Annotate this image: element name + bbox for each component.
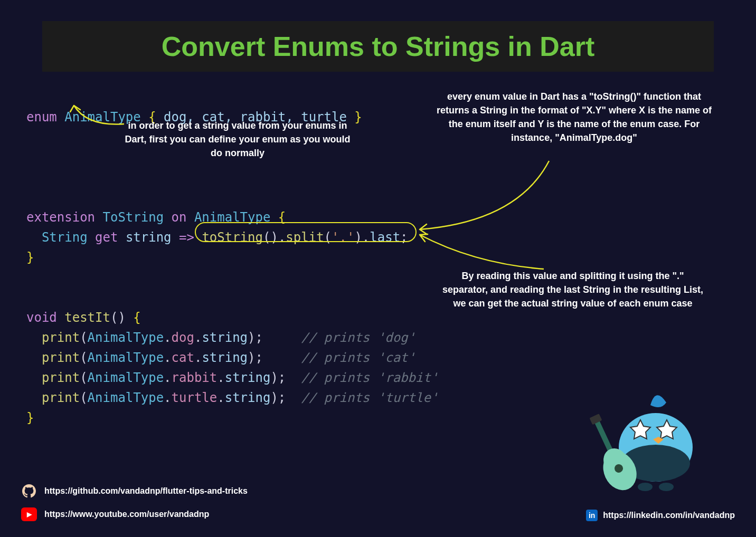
getter-name: string bbox=[126, 230, 172, 245]
type-string: String bbox=[42, 230, 88, 245]
call-print: print bbox=[42, 330, 80, 345]
linkedin-icon: in bbox=[586, 510, 598, 521]
linkedin-url: https://linkedin.com/in/vandadnp bbox=[603, 511, 735, 520]
brace: } bbox=[26, 250, 34, 265]
arrow-icon bbox=[412, 158, 560, 235]
arrow-op: => bbox=[179, 230, 194, 245]
github-icon bbox=[21, 484, 37, 498]
comment: // prints 'cat' bbox=[301, 350, 415, 365]
page-title: Convert Enums to Strings in Dart bbox=[42, 31, 714, 62]
annotation-2: every enum value in Dart has a "toString… bbox=[436, 90, 713, 145]
fn-testit: testIt bbox=[64, 310, 110, 325]
annotation-3: By reading this value and splitting it u… bbox=[438, 269, 707, 310]
title-banner: Convert Enums to Strings in Dart bbox=[42, 21, 714, 72]
extension-name: ToString bbox=[103, 210, 164, 225]
brace: { bbox=[133, 310, 140, 325]
keyword-void: void bbox=[26, 310, 57, 325]
call-print: print bbox=[42, 350, 80, 365]
code-highlight bbox=[195, 222, 417, 242]
keyword-on: on bbox=[172, 210, 187, 225]
call-print: print bbox=[42, 370, 80, 385]
comment: // prints 'dog' bbox=[301, 330, 415, 345]
github-link[interactable]: https://github.com/vandadnp/flutter-tips… bbox=[21, 484, 735, 498]
comment: // prints 'rabbit' bbox=[301, 370, 438, 385]
brace: } bbox=[26, 410, 34, 425]
youtube-url: https://www.youtube.com/user/vandadnp bbox=[44, 510, 209, 519]
annotation-1: in order to get a string value from your… bbox=[124, 119, 351, 160]
keyword-get: get bbox=[95, 230, 118, 245]
call-print: print bbox=[42, 390, 80, 405]
github-url: https://github.com/vandadnp/flutter-tips… bbox=[44, 486, 248, 496]
brace: } bbox=[354, 110, 362, 124]
comment: // prints 'turtle' bbox=[301, 390, 438, 405]
linkedin-link[interactable]: in https://linkedin.com/in/vandadnp bbox=[586, 510, 735, 521]
arrow-icon bbox=[412, 232, 549, 274]
youtube-icon: ▶ bbox=[21, 507, 37, 521]
keyword-enum: enum bbox=[26, 110, 57, 124]
keyword-extension: extension bbox=[26, 210, 95, 225]
arrow-icon bbox=[66, 100, 135, 132]
